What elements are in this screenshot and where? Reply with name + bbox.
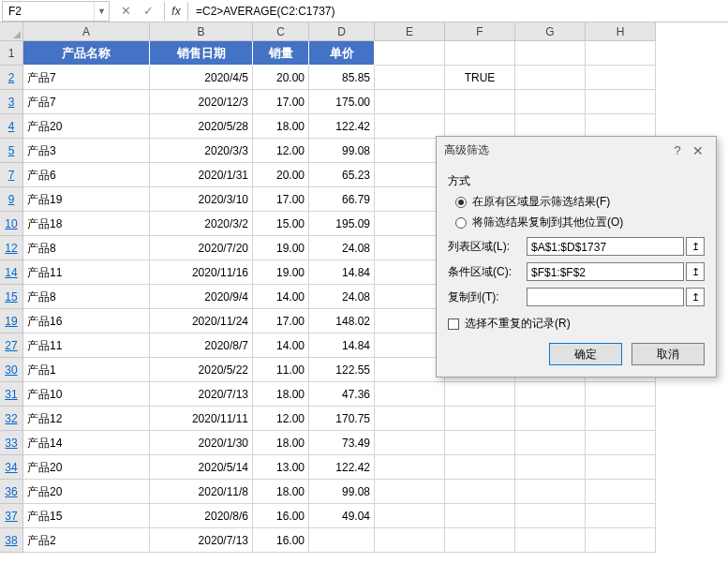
cell[interactable] xyxy=(445,431,515,455)
cell[interactable]: 产品12 xyxy=(23,407,150,431)
ok-button[interactable]: 确定 xyxy=(549,343,622,365)
cell[interactable] xyxy=(586,66,656,90)
cell[interactable] xyxy=(445,382,515,407)
cell[interactable]: 产品18 xyxy=(23,212,150,236)
cell[interactable]: 19.00 xyxy=(253,236,309,260)
column-header-A[interactable]: A xyxy=(23,22,150,41)
cell[interactable]: 2020/5/28 xyxy=(150,114,253,139)
cell[interactable]: 2020/9/4 xyxy=(150,285,253,309)
cell[interactable]: 2020/3/3 xyxy=(150,139,253,163)
cancel-button[interactable]: 取消 xyxy=(631,343,705,365)
row-header[interactable]: 4 xyxy=(0,114,23,139)
row-header[interactable]: 15 xyxy=(0,285,23,309)
dialog-titlebar[interactable]: 高级筛选 ? ✕ xyxy=(437,137,716,164)
cell[interactable]: 2020/4/5 xyxy=(150,66,253,90)
cell[interactable]: 产品8 xyxy=(23,285,150,309)
cell[interactable]: TRUE xyxy=(445,66,515,90)
name-box-dropdown-icon[interactable]: ▼ xyxy=(94,2,109,21)
cell[interactable]: 产品20 xyxy=(23,114,150,139)
cell[interactable]: 73.49 xyxy=(309,431,375,455)
cell[interactable]: 65.23 xyxy=(309,163,375,187)
row-header[interactable]: 3 xyxy=(0,90,23,114)
range-picker-icon[interactable]: ↥ xyxy=(686,288,705,306)
cell[interactable] xyxy=(586,41,656,66)
cell[interactable]: 2020/11/11 xyxy=(150,407,253,431)
cell[interactable]: 18.00 xyxy=(253,431,309,455)
cell[interactable]: 18.00 xyxy=(253,480,309,504)
row-header[interactable]: 9 xyxy=(0,187,23,212)
name-box[interactable]: F2 ▼ xyxy=(2,1,110,22)
row-header[interactable]: 7 xyxy=(0,163,23,187)
cell[interactable] xyxy=(515,66,586,90)
cell[interactable]: 2020/8/6 xyxy=(150,504,253,528)
cell[interactable] xyxy=(375,431,445,455)
cell[interactable] xyxy=(375,212,445,236)
cell[interactable]: 产品6 xyxy=(23,163,150,187)
cell[interactable] xyxy=(586,504,656,528)
cell[interactable]: 产品3 xyxy=(23,139,150,163)
cell[interactable] xyxy=(375,260,445,285)
cell[interactable] xyxy=(309,528,375,553)
cell[interactable] xyxy=(586,528,656,553)
cell[interactable]: 122.55 xyxy=(309,358,375,382)
cell[interactable]: 产品11 xyxy=(23,260,150,285)
cell[interactable]: 175.00 xyxy=(309,90,375,114)
cell[interactable] xyxy=(515,455,586,480)
column-header-H[interactable]: H xyxy=(586,22,656,41)
cell[interactable] xyxy=(375,285,445,309)
row-header[interactable]: 5 xyxy=(0,139,23,163)
row-header[interactable]: 1 xyxy=(0,41,23,66)
cell[interactable] xyxy=(515,407,586,431)
cell[interactable] xyxy=(586,455,656,480)
cell[interactable] xyxy=(375,504,445,528)
close-icon[interactable]: ✕ xyxy=(688,143,708,158)
cell[interactable]: 12.00 xyxy=(253,407,309,431)
cell[interactable] xyxy=(445,528,515,553)
row-header[interactable]: 30 xyxy=(0,358,23,382)
column-header-D[interactable]: D xyxy=(309,22,375,41)
cell[interactable]: 16.00 xyxy=(253,528,309,553)
column-header-E[interactable]: E xyxy=(375,22,445,41)
cell[interactable]: 16.00 xyxy=(253,504,309,528)
cell[interactable]: 66.79 xyxy=(309,187,375,212)
cell[interactable]: 产品16 xyxy=(23,309,150,333)
cell[interactable]: 17.00 xyxy=(253,309,309,333)
cell[interactable]: 14.00 xyxy=(253,333,309,358)
table-header[interactable]: 销售日期 xyxy=(150,41,253,66)
table-header[interactable]: 单价 xyxy=(309,41,375,66)
row-header[interactable]: 12 xyxy=(0,236,23,260)
cell[interactable]: 2020/7/13 xyxy=(150,528,253,553)
cell[interactable] xyxy=(375,236,445,260)
cell[interactable]: 15.00 xyxy=(253,212,309,236)
cell[interactable]: 14.00 xyxy=(253,285,309,309)
select-all-corner[interactable] xyxy=(0,22,23,41)
help-icon[interactable]: ? xyxy=(667,143,688,157)
row-header[interactable]: 37 xyxy=(0,504,23,528)
cell[interactable]: 20.00 xyxy=(253,66,309,90)
row-header[interactable]: 32 xyxy=(0,407,23,431)
cell[interactable]: 18.00 xyxy=(253,382,309,407)
cell[interactable]: 170.75 xyxy=(309,407,375,431)
cell[interactable]: 18.00 xyxy=(253,114,309,139)
row-header[interactable]: 2 xyxy=(0,66,23,90)
cell[interactable] xyxy=(586,90,656,114)
table-header[interactable]: 销量 xyxy=(253,41,309,66)
cell[interactable]: 122.42 xyxy=(309,114,375,139)
cell[interactable]: 产品1 xyxy=(23,358,150,382)
cell[interactable]: 产品19 xyxy=(23,187,150,212)
cell[interactable]: 47.36 xyxy=(309,382,375,407)
cell[interactable]: 148.02 xyxy=(309,309,375,333)
cell[interactable] xyxy=(515,480,586,504)
cell[interactable] xyxy=(586,480,656,504)
cell[interactable] xyxy=(375,480,445,504)
cell[interactable]: 24.08 xyxy=(309,236,375,260)
cell[interactable]: 2020/8/7 xyxy=(150,333,253,358)
cell[interactable] xyxy=(445,407,515,431)
cell[interactable] xyxy=(375,528,445,553)
cell[interactable]: 产品2 xyxy=(23,528,150,553)
cell[interactable]: 14.84 xyxy=(309,333,375,358)
cell[interactable]: 12.00 xyxy=(253,139,309,163)
cell[interactable]: 17.00 xyxy=(253,187,309,212)
cell[interactable]: 20.00 xyxy=(253,163,309,187)
column-header-F[interactable]: F xyxy=(445,22,515,41)
